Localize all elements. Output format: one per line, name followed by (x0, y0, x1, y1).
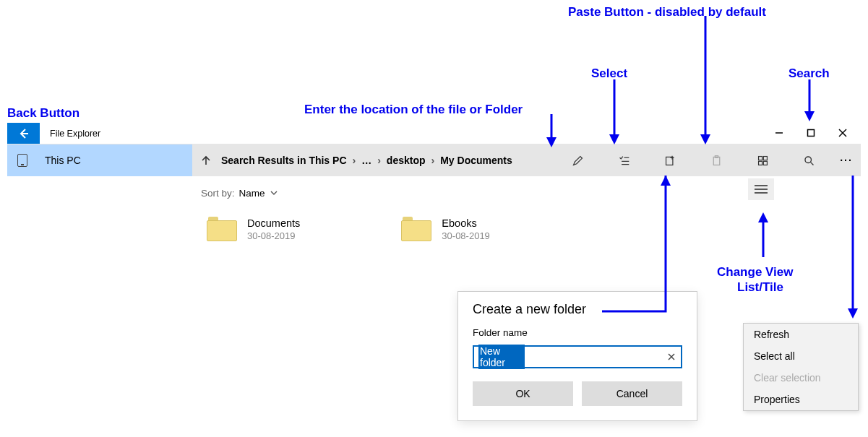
svg-rect-26 (758, 156, 762, 160)
chevron-right-icon: › (351, 155, 358, 166)
close-icon (838, 129, 847, 137)
folder-item[interactable]: Ebooks 30-08-2019 (401, 217, 490, 241)
context-select-all[interactable]: Select all (744, 345, 858, 367)
select-list-icon (618, 155, 630, 167)
file-explorer-window: File Explorer This PC Search Results in … (7, 123, 861, 342)
breadcrumb[interactable]: Search Results in This PC › … › desktop … (220, 155, 554, 166)
chevron-right-icon: › (430, 155, 437, 166)
view-list-button[interactable] (748, 178, 774, 200)
folder-icon (401, 217, 431, 241)
new-folder-button[interactable] (647, 144, 693, 176)
titlebar: File Explorer (7, 123, 861, 144)
new-folder-dialog: Create a new folder Folder name New fold… (458, 292, 697, 420)
sidebar (7, 176, 192, 342)
view-grid-button[interactable] (739, 144, 786, 176)
svg-rect-29 (763, 161, 767, 165)
arrow-search (795, 79, 824, 123)
breadcrumb-part[interactable]: My Documents (440, 155, 512, 166)
new-folder-icon (664, 155, 676, 167)
minimize-button[interactable] (771, 128, 787, 139)
chevron-right-icon: › (376, 155, 382, 166)
svg-rect-15 (808, 129, 815, 136)
annotation-search: Search (788, 66, 830, 81)
list-icon (755, 184, 768, 194)
device-icon (17, 154, 27, 167)
context-clear-selection: Clear selection (744, 367, 858, 389)
context-menu: Refresh Select all Clear selection Prope… (743, 323, 859, 411)
folder-icon (207, 217, 237, 241)
pencil-icon (572, 155, 584, 167)
annotation-back: Back Button (7, 106, 80, 121)
context-refresh[interactable]: Refresh (744, 324, 858, 345)
arrow-up-icon (200, 155, 212, 166)
svg-rect-27 (763, 156, 767, 160)
dialog-field-label: Folder name (473, 327, 682, 338)
window-title: File Explorer (40, 123, 111, 144)
breadcrumb-part[interactable]: … (361, 155, 371, 166)
dialog-title: Create a new folder (473, 302, 682, 317)
svg-line-31 (810, 162, 813, 165)
arrow-left-icon (18, 128, 30, 139)
folder-name-input[interactable] (525, 347, 663, 367)
close-button[interactable] (835, 128, 851, 139)
clear-input-button[interactable] (663, 352, 681, 363)
up-button[interactable] (192, 144, 220, 176)
breadcrumb-part[interactable]: desktop (387, 155, 426, 166)
close-icon (668, 353, 675, 360)
folder-date: 30-08-2019 (442, 230, 490, 241)
toolbar: This PC Search Results in This PC › … › … (7, 144, 861, 176)
folder-date: 30-08-2019 (247, 230, 300, 241)
ok-button[interactable]: OK (473, 381, 573, 406)
select-button[interactable] (601, 144, 647, 176)
cancel-button[interactable]: Cancel (582, 381, 682, 406)
maximize-icon (807, 129, 815, 137)
minimize-icon (775, 129, 783, 137)
search-button[interactable] (786, 144, 832, 176)
folder-item[interactable]: Documents 30-08-2019 (207, 217, 300, 241)
folder-name-value: New folder (478, 345, 525, 369)
annotation-paste: Paste Button - disabled by default (568, 5, 766, 20)
paste-button (693, 144, 739, 176)
clipboard-icon (710, 155, 723, 167)
sort-label: Sort by: (201, 188, 235, 199)
search-icon (803, 155, 815, 167)
chevron-down-icon (270, 189, 278, 197)
nav-panel-selected[interactable]: This PC (7, 144, 192, 176)
annotation-enter-location: Enter the location of the file or Folder (304, 103, 523, 117)
folder-name-field[interactable]: New folder (473, 345, 682, 368)
edit-button[interactable] (554, 144, 601, 176)
annotation-select: Select (591, 66, 627, 81)
nav-selected-label: This PC (45, 155, 81, 166)
svg-point-30 (804, 156, 811, 163)
folder-name: Documents (247, 217, 300, 229)
more-button[interactable]: ··· (832, 144, 861, 176)
back-button[interactable] (7, 123, 40, 144)
folder-name: Ebooks (442, 217, 490, 229)
breadcrumb-root[interactable]: Search Results in This PC (221, 155, 347, 166)
sort-value: Name (239, 188, 265, 199)
svg-marker-5 (804, 111, 815, 121)
maximize-button[interactable] (803, 128, 819, 139)
grid-icon (757, 155, 769, 167)
context-properties[interactable]: Properties (744, 389, 858, 410)
svg-rect-24 (713, 157, 720, 165)
more-icon: ··· (840, 155, 853, 166)
svg-rect-28 (758, 161, 762, 165)
